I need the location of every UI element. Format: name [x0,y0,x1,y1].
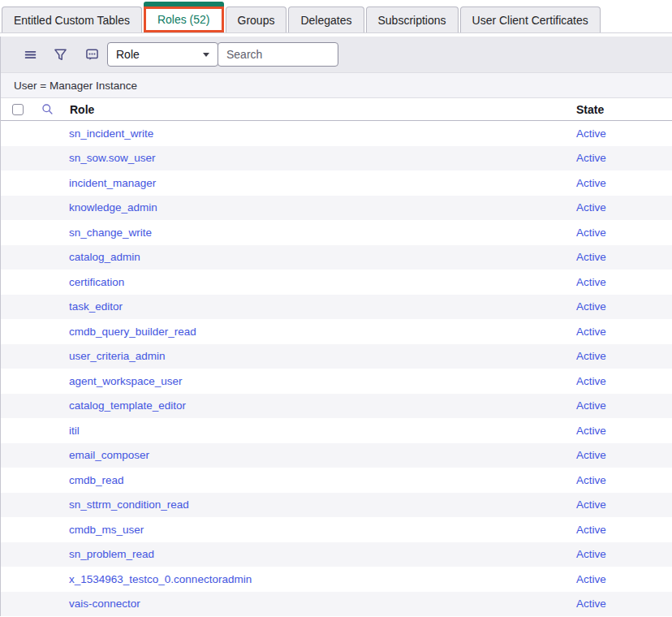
table-row: cmdb_query_builder_readActive [1,319,672,344]
state-link[interactable]: Active [576,326,672,338]
state-link[interactable]: Active [576,276,672,288]
state-link[interactable]: Active [576,498,672,511]
state-link[interactable]: Active [576,375,672,387]
table-row: sn_sow.sow_userActive [1,146,672,171]
role-link[interactable]: knowledge_admin [1,201,576,214]
table-row: agent_workspace_userActive [1,369,672,394]
table-row: x_1534963_testco_0.connectoradminActive [1,567,672,592]
role-link[interactable]: sn_problem_read [1,548,576,560]
search-field-selector[interactable]: Role [107,42,218,67]
table-row: knowledge_adminActive [1,196,672,221]
state-link[interactable]: Active [576,127,672,140]
tab-label: Groups [238,14,275,27]
list-toolbar: Role [1,37,672,72]
role-link[interactable]: agent_workspace_user [1,375,576,387]
table-row: cmdb_readActive [1,468,672,493]
table-row: itilActive [1,418,672,443]
tab-label: Delegates [300,14,351,27]
state-link[interactable]: Active [576,449,672,461]
state-link[interactable]: Active [576,177,672,189]
filter-icon [54,48,67,62]
roles-tab-content: Role User = Manager Instance Role State … [0,37,672,616]
role-link[interactable]: sn_incident_write [1,127,576,140]
state-link[interactable]: Active [576,548,672,560]
state-link[interactable]: Active [576,474,672,486]
state-link[interactable]: Active [576,300,672,313]
role-link[interactable]: cmdb_query_builder_read [1,326,576,338]
role-link[interactable]: task_editor [1,300,576,313]
table-row: sn_change_writeActive [1,220,672,245]
entitlements-panel: Entitled Custom TablesRoles (52)GroupsDe… [0,0,672,617]
role-link[interactable]: sn_sow.sow_user [1,152,576,164]
table-row: incident_managerActive [1,170,672,196]
chat-button[interactable] [85,48,99,62]
chevron-down-icon [203,53,209,57]
tab-label: Entitled Custom Tables [14,14,130,27]
role-link[interactable]: user_criteria_admin [1,350,576,362]
role-link[interactable]: certification [1,276,576,288]
role-link[interactable]: catalog_template_editor [1,399,576,412]
role-link[interactable]: incident_manager [1,177,576,189]
tab-subscriptions[interactable]: Subscriptions [366,6,459,32]
tab-user-client-certificates[interactable]: User Client Certificates [460,6,601,32]
role-link[interactable]: cmdb_ms_user [1,524,576,536]
table-row: sn_problem_readActive [1,542,672,567]
role-link[interactable]: itil [1,425,576,437]
table-row: task_editorActive [1,295,672,320]
table-header: Role State [1,98,672,121]
tab-label: Roles (52) [157,13,210,26]
tab-entitled-custom-tables[interactable]: Entitled Custom Tables [2,6,142,32]
tab-label: User Client Certificates [472,14,588,27]
role-link[interactable]: catalog_admin [1,251,576,263]
state-link[interactable]: Active [576,350,672,362]
state-link[interactable]: Active [576,524,672,536]
tab-groups[interactable]: Groups [226,6,287,32]
active-tab-indicator [144,2,224,6]
breadcrumb-condition[interactable]: User = Manager Instance [14,80,137,92]
state-link[interactable]: Active [576,425,672,437]
search-icon[interactable] [41,103,54,115]
role-link[interactable]: sn_sttrm_condition_read [1,498,576,511]
table-row: sn_sttrm_condition_readActive [1,493,672,518]
tab-delegates[interactable]: Delegates [288,6,364,32]
role-link[interactable]: cmdb_read [1,474,576,486]
role-link[interactable]: vais-connector [1,598,576,610]
breadcrumb: User = Manager Instance [1,72,672,98]
state-link[interactable]: Active [576,227,672,239]
tab-roles-52[interactable]: Roles (52) [144,6,224,32]
table-row: catalog_template_editorActive [1,394,672,419]
state-link[interactable]: Active [576,399,672,412]
column-header-role[interactable]: Role [70,103,576,116]
table-row: vais-connectorActive [1,592,672,617]
select-all-checkbox[interactable] [12,104,24,115]
table-row: email_composerActive [1,443,672,468]
search-input[interactable] [218,42,338,67]
table-row: certificationActive [1,270,672,295]
state-link[interactable]: Active [576,573,672,585]
table-row: catalog_adminActive [1,245,672,270]
role-link[interactable]: email_composer [1,449,576,461]
menu-icon [24,48,37,62]
table-row: sn_incident_writeActive [1,121,672,146]
column-header-state[interactable]: State [576,103,672,116]
role-link[interactable]: x_1534963_testco_0.connectoradmin [1,573,576,585]
table-row: cmdb_ms_userActive [1,517,672,542]
role-link[interactable]: sn_change_write [1,227,576,239]
tab-bar: Entitled Custom TablesRoles (52)GroupsDe… [0,0,672,33]
state-link[interactable]: Active [576,598,672,610]
tab-label: Subscriptions [378,14,446,27]
table-row: user_criteria_adminActive [1,344,672,369]
state-link[interactable]: Active [576,201,672,214]
chat-icon [85,48,99,62]
state-link[interactable]: Active [576,251,672,263]
table-body: sn_incident_writeActivesn_sow.sow_userAc… [1,121,672,616]
search-field-selector-value: Role [116,48,140,61]
list-menu-icon[interactable] [24,48,37,62]
state-link[interactable]: Active [576,152,672,164]
filter-button[interactable] [54,48,67,62]
